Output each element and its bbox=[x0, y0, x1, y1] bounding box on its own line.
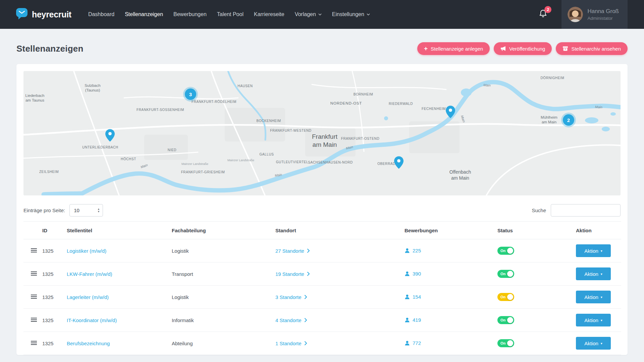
per-page-label: Einträge pro Seite: bbox=[23, 207, 65, 213]
nav-item-stellenanzeigen[interactable]: Stellenanzeigen bbox=[125, 11, 163, 17]
job-department: Abteilung bbox=[172, 332, 275, 355]
top-navbar: heyrecruit Dashboard Stellenanzeigen Bew… bbox=[0, 0, 644, 29]
nav-item-dashboard[interactable]: Dashboard bbox=[88, 11, 114, 17]
applications-count[interactable]: 390 bbox=[405, 271, 421, 277]
locations-link[interactable]: 1 Standorte bbox=[275, 341, 307, 346]
search-label: Suche bbox=[532, 207, 546, 213]
action-button[interactable]: Aktion▾ bbox=[576, 291, 611, 303]
navbar-right: 2 Hanna Groß Administator bbox=[539, 0, 644, 29]
caret-down-icon: ▾ bbox=[601, 318, 602, 322]
table-controls: Einträge pro Seite: 10 ▴▾ Suche bbox=[23, 204, 621, 217]
map-cluster-marker[interactable]: 2 bbox=[563, 114, 574, 126]
job-title-link[interactable]: Lagerleiter (m/w/d) bbox=[67, 294, 109, 300]
header-status: Status bbox=[497, 222, 576, 239]
jobs-table: ID Stellentitel Fachabteilung Standort B… bbox=[23, 221, 621, 355]
map-pin-marker[interactable] bbox=[105, 129, 115, 143]
content-card: HAUSEN DÖRNIGHEIM FRANKFURT-RÖDELHEIM FR… bbox=[16, 64, 628, 355]
person-icon bbox=[405, 248, 410, 253]
drag-handle[interactable] bbox=[30, 293, 38, 301]
header-location: Standort bbox=[275, 222, 405, 239]
page-header: Stellenanzeigen + Stellenanzeige anlegen… bbox=[0, 42, 644, 55]
action-button[interactable]: Aktion▾ bbox=[576, 244, 611, 257]
action-button[interactable]: Aktion▾ bbox=[576, 314, 611, 326]
header-title: Stellentitel bbox=[67, 222, 172, 239]
user-role: Administator bbox=[587, 16, 619, 21]
drag-handle[interactable] bbox=[30, 339, 38, 348]
status-toggle[interactable]: On bbox=[497, 293, 514, 301]
action-button[interactable]: Aktion▾ bbox=[576, 267, 611, 280]
job-department: Informatik bbox=[172, 309, 275, 332]
table-header-row: ID Stellentitel Fachabteilung Standort B… bbox=[23, 222, 621, 239]
action-button[interactable]: Aktion▾ bbox=[576, 337, 611, 350]
applications-count[interactable]: 419 bbox=[405, 317, 421, 323]
locations-link[interactable]: 19 Standorte bbox=[275, 271, 310, 277]
per-page-select[interactable]: 10 ▴▾ bbox=[69, 204, 103, 217]
chevron-right-icon bbox=[305, 341, 307, 345]
nav-items: Dashboard Stellenanzeigen Bewerbungen Ta… bbox=[88, 11, 370, 17]
avatar bbox=[568, 7, 583, 22]
header-action: Aktion bbox=[576, 222, 621, 239]
applications-count[interactable]: 772 bbox=[405, 340, 421, 346]
chevron-right-icon bbox=[307, 272, 310, 276]
brand-icon bbox=[16, 8, 28, 21]
toggle-knob bbox=[507, 294, 513, 300]
job-title-link[interactable]: IT-Koordinator (m/w/d) bbox=[67, 317, 117, 323]
header-department: Fachabteilung bbox=[172, 222, 275, 239]
applications-count[interactable]: 154 bbox=[405, 294, 421, 300]
nav-item-einstellungen[interactable]: Einstellungen bbox=[332, 11, 370, 17]
job-title-link[interactable]: LKW-Fahrer (m/w/d) bbox=[67, 271, 112, 277]
status-toggle[interactable]: On bbox=[497, 339, 514, 347]
toggle-knob bbox=[507, 271, 513, 277]
table-row: 1325 Lagerleiter (m/w/d) Logistik 3 Stan… bbox=[23, 286, 621, 309]
notifications-bell[interactable]: 2 bbox=[539, 9, 547, 20]
drag-handle[interactable] bbox=[30, 316, 38, 324]
map-pin-marker[interactable] bbox=[394, 156, 404, 170]
drag-handle[interactable] bbox=[30, 247, 38, 255]
chevron-right-icon bbox=[307, 249, 310, 253]
header-actions: + Stellenanzeige anlegen Veröffentlichun… bbox=[417, 42, 628, 55]
stepper-icon: ▴▾ bbox=[98, 208, 100, 213]
nav-item-talent-pool[interactable]: Talent Pool bbox=[217, 11, 244, 17]
map-pin-marker[interactable] bbox=[446, 106, 455, 120]
status-toggle[interactable]: On bbox=[497, 247, 514, 255]
user-menu[interactable]: Hanna Groß Administator bbox=[561, 0, 628, 29]
chevron-right-icon bbox=[305, 318, 307, 322]
job-department: Transport bbox=[172, 262, 275, 286]
nav-item-bewerbungen[interactable]: Bewerbungen bbox=[173, 11, 207, 17]
person-icon bbox=[405, 341, 410, 346]
archive-button[interactable]: Stellenarchiv ansehen bbox=[556, 42, 628, 55]
applications-count[interactable]: 225 bbox=[405, 248, 421, 253]
job-title-link[interactable]: Logistiker (m/w/d) bbox=[67, 248, 106, 254]
map-cluster-marker[interactable]: 3 bbox=[185, 88, 196, 100]
search-input[interactable] bbox=[551, 204, 621, 217]
nav-item-karriereseite[interactable]: Karriereseite bbox=[254, 11, 284, 17]
header-handle bbox=[23, 222, 42, 239]
job-id: 1325 bbox=[42, 309, 67, 332]
table-row: 1325 LKW-Fahrer (m/w/d) Transport 19 Sta… bbox=[23, 262, 621, 286]
table-row: 1325 Logistiker (m/w/d) Logistik 27 Stan… bbox=[23, 239, 621, 262]
person-icon bbox=[405, 294, 410, 299]
status-toggle[interactable]: On bbox=[497, 316, 514, 324]
locations-link[interactable]: 4 Standorte bbox=[275, 317, 307, 323]
plus-icon: + bbox=[424, 45, 428, 52]
header-id: ID bbox=[42, 222, 67, 239]
locations-map[interactable]: HAUSEN DÖRNIGHEIM FRANKFURT-RÖDELHEIM FR… bbox=[23, 71, 621, 195]
chevron-down-icon bbox=[367, 13, 370, 15]
caret-down-icon: ▾ bbox=[601, 272, 602, 276]
status-toggle[interactable]: On bbox=[497, 270, 514, 278]
locations-link[interactable]: 3 Standorte bbox=[275, 294, 307, 300]
notification-badge: 2 bbox=[544, 6, 551, 13]
caret-down-icon: ▾ bbox=[601, 249, 602, 253]
drag-handle[interactable] bbox=[30, 270, 38, 278]
person-icon bbox=[405, 271, 410, 276]
job-title-link[interactable]: Berufsbezeichnung bbox=[67, 341, 110, 346]
brand-logo[interactable]: heyrecruit bbox=[16, 8, 71, 21]
user-name: Hanna Groß bbox=[587, 8, 619, 15]
nav-item-vorlagen[interactable]: Vorlagen bbox=[295, 11, 322, 17]
job-id: 1325 bbox=[42, 239, 67, 262]
locations-link[interactable]: 27 Standorte bbox=[275, 248, 310, 254]
toggle-knob bbox=[507, 317, 513, 323]
person-icon bbox=[405, 317, 410, 322]
publication-button[interactable]: Veröffentlichung bbox=[494, 42, 552, 55]
create-job-button[interactable]: + Stellenanzeige anlegen bbox=[417, 42, 490, 55]
